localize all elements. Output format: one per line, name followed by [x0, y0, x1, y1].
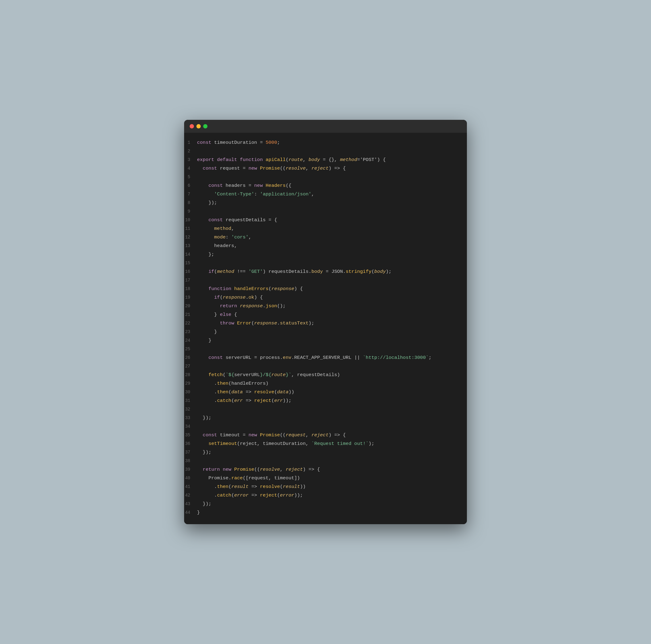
code-line-43: 43 });	[184, 500, 467, 508]
code-line-29: 29 .then(handleErrors)	[184, 379, 467, 388]
code-line-12: 12 mode: 'cors',	[184, 233, 467, 242]
code-line-8: 8 });	[184, 198, 467, 207]
code-line-5: 5	[184, 173, 467, 181]
code-line-31: 31 .catch(err => reject(err));	[184, 396, 467, 405]
code-line-13: 13 headers,	[184, 242, 467, 250]
maximize-button[interactable]	[203, 124, 208, 128]
minimize-button[interactable]	[196, 124, 201, 128]
code-line-40: 40 Promise.race([request, timeout])	[184, 474, 467, 482]
code-editor: 1 const timeoutDuration = 5000; 2 3 expo…	[184, 133, 467, 524]
code-line-30: 30 .then(data => resolve(data))	[184, 388, 467, 396]
code-line-28: 28 fetch(`${serverURL}/${route}`, reques…	[184, 371, 467, 379]
code-line-38: 38	[184, 457, 467, 465]
code-line-27: 27	[184, 362, 467, 371]
code-line-36: 36 setTimeout(reject, timeoutDuration, `…	[184, 439, 467, 448]
code-line-17: 17	[184, 276, 467, 285]
code-line-32: 32	[184, 405, 467, 414]
code-line-22: 22 throw Error(response.statusText);	[184, 319, 467, 327]
code-line-6: 6 const headers = new Headers({	[184, 181, 467, 190]
code-line-2: 2	[184, 147, 467, 156]
code-line-11: 11 method,	[184, 224, 467, 233]
code-line-21: 21 } else {	[184, 310, 467, 319]
code-line-9: 9	[184, 207, 467, 216]
code-line-35: 35 const timeout = new Promise((request,…	[184, 431, 467, 439]
code-line-19: 19 if(response.ok) {	[184, 293, 467, 302]
code-line-3: 3 export default function apiCall(route,…	[184, 156, 467, 164]
code-line-20: 20 return response.json();	[184, 302, 467, 310]
code-line-23: 23 }	[184, 327, 467, 336]
code-line-4: 4 const request = new Promise((resolve, …	[184, 164, 467, 173]
code-line-39: 39 return new Promise((resolve, reject) …	[184, 465, 467, 474]
code-line-16: 16 if(method !== 'GET') requestDetails.b…	[184, 267, 467, 276]
code-line-14: 14 };	[184, 250, 467, 259]
code-line-33: 33 });	[184, 414, 467, 422]
code-line-1: 1 const timeoutDuration = 5000;	[184, 138, 467, 147]
code-line-26: 26 const serverURL = process.env.REACT_A…	[184, 353, 467, 362]
code-line-18: 18 function handleErrors(response) {	[184, 285, 467, 293]
code-line-34: 34	[184, 422, 467, 431]
close-button[interactable]	[190, 124, 194, 128]
code-line-15: 15	[184, 259, 467, 267]
code-line-24: 24 }	[184, 336, 467, 345]
code-line-44: 44 }	[184, 508, 467, 517]
code-window: 1 const timeoutDuration = 5000; 2 3 expo…	[184, 120, 467, 524]
titlebar	[184, 120, 467, 133]
code-line-25: 25	[184, 345, 467, 353]
code-line-7: 7 'Content-Type': 'application/json',	[184, 190, 467, 198]
code-line-41: 41 .then(result => resolve(result))	[184, 482, 467, 491]
code-line-42: 42 .catch(error => reject(error));	[184, 491, 467, 500]
code-line-10: 10 const requestDetails = {	[184, 216, 467, 224]
code-line-37: 37 });	[184, 448, 467, 457]
